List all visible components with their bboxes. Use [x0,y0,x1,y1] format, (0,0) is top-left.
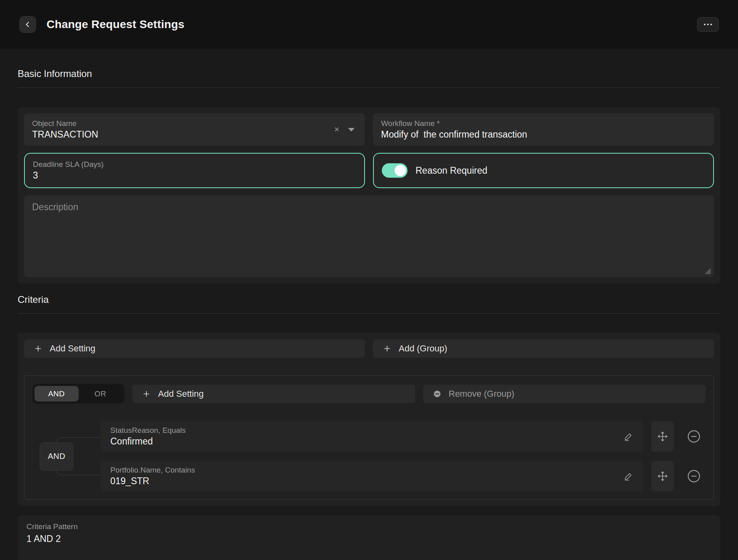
remove-row-button[interactable] [682,421,706,452]
divider [18,313,720,314]
and-connector-chip: AND [40,442,73,471]
plus-icon [383,344,391,353]
object-name-field[interactable]: Object Name TRANSACTION × [24,114,365,146]
criteria-pattern-label: Criteria Pattern [26,522,712,531]
operator-and-segment[interactable]: AND [34,386,79,402]
edit-icon[interactable] [624,432,633,441]
deadline-sla-label: Deadline SLA (Days) [33,160,103,169]
back-button[interactable] [19,16,36,33]
workflow-name-field[interactable]: Workflow Name * Modify of the confirmed … [373,114,714,146]
criteria-row: StatusReason, Equals Confirmed [101,421,706,452]
resize-handle[interactable] [705,268,711,274]
add-setting-button[interactable]: Add Setting [24,339,365,358]
ellipsis-icon [704,24,712,25]
object-name-value: TRANSACTION [32,129,98,140]
deadline-sla-field[interactable]: Deadline SLA (Days) 3 [24,153,365,188]
toggle-knob [395,165,406,176]
remove-group-label: Remove (Group) [449,389,515,399]
move-icon [657,471,668,481]
page-title: Change Request Settings [47,18,184,31]
clear-icon[interactable]: × [334,125,339,134]
object-name-label: Object Name [32,119,98,128]
add-group-button[interactable]: Add (Group) [373,339,714,358]
plus-icon [34,344,43,353]
group-add-setting-label: Add Setting [158,389,204,399]
basic-information-panel: Object Name TRANSACTION × Workflow Name … [18,107,720,284]
minus-circle-icon [686,468,702,484]
edit-icon[interactable] [624,471,633,481]
operator-toggle: AND OR [32,384,124,404]
criteria-row-value: Confirmed [110,436,186,447]
group-add-setting-button[interactable]: Add Setting [132,385,415,403]
reason-required-toggle[interactable] [382,163,408,178]
reason-required-label: Reason Required [416,165,487,176]
workflow-name-value: Modify of the confirmed transaction [381,129,527,140]
more-options-button[interactable] [697,17,719,32]
remove-row-button[interactable] [682,461,706,491]
move-row-button[interactable] [651,421,674,452]
criteria-row-card[interactable]: Portfolio.Name, Contains 019_STR [101,461,643,491]
criteria-pattern-value: 1 AND 2 [26,534,712,544]
add-group-label: Add (Group) [399,343,447,354]
criteria-panel: Add Setting Add (Group) AND OR [18,333,720,506]
section-title-criteria: Criteria [18,294,720,305]
chevron-left-icon [24,20,32,28]
criteria-group: AND OR Add Setting Remove (Group) [24,375,714,500]
criteria-row: Portfolio.Name, Contains 019_STR [101,461,706,491]
move-row-button[interactable] [651,461,674,491]
reason-required-field[interactable]: Reason Required [373,153,714,188]
divider [18,87,720,88]
group-connector: AND [32,421,101,491]
operator-or-segment[interactable]: OR [79,386,123,402]
move-icon [657,431,668,442]
add-setting-label: Add Setting [50,343,95,354]
workflow-name-label: Workflow Name * [381,119,527,128]
criteria-row-label: Portfolio.Name, Contains [110,466,195,475]
chevron-down-icon[interactable] [348,128,355,132]
header: Change Request Settings [0,0,738,49]
criteria-pattern-panel: Criteria Pattern 1 AND 2 [18,515,720,560]
plus-icon [142,390,151,398]
section-title-basic-information: Basic Information [18,68,720,79]
criteria-row-card[interactable]: StatusReason, Equals Confirmed [101,421,643,452]
minus-circle-icon [433,390,442,398]
remove-group-button[interactable]: Remove (Group) [423,385,706,403]
deadline-sla-value: 3 [33,170,103,181]
criteria-row-value: 019_STR [110,476,195,487]
minus-circle-icon [686,428,702,444]
description-textarea[interactable] [24,195,714,277]
criteria-row-label: StatusReason, Equals [110,426,186,435]
